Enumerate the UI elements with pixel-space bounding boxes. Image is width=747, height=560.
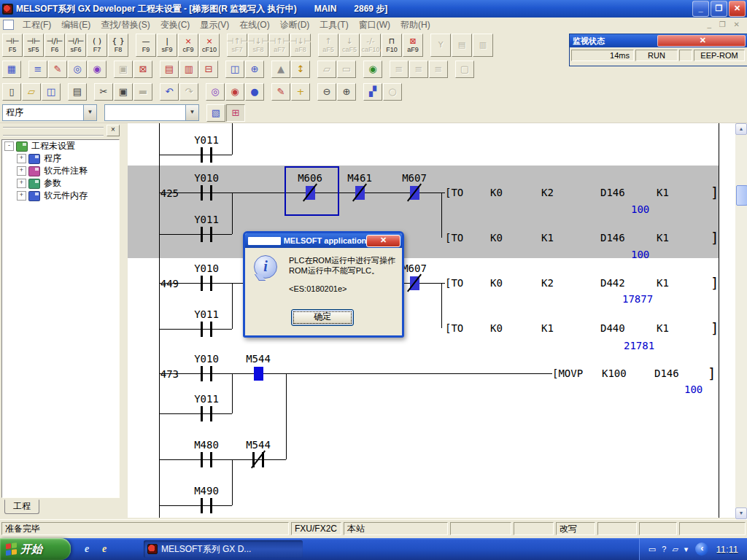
ladder-contact-Y011[interactable] [201,322,203,337]
pulse-contact-button[interactable]: ⊣↑⊢sF7 [227,34,247,57]
expand-toggle-icon[interactable]: + [17,191,26,201]
chevron-down-icon[interactable]: ▾ [684,545,689,553]
scroll-down-icon[interactable]: ▼ [735,508,747,519]
close-button[interactable]: ✕ [729,1,746,17]
ladder-editor[interactable]: Y011Y010M606M461M607Y011Y010M607Y011Y010… [128,123,735,518]
find-device-icon[interactable]: ◎ [68,61,87,78]
edit-data-icon[interactable]: ✎ [48,61,67,78]
menu-item-4[interactable]: 变换(C) [155,19,196,31]
menu-item-6[interactable]: 在线(O) [234,19,274,31]
invert-operation-button[interactable]: -/-caF10 [360,34,381,57]
start-monitor-icon[interactable]: ↕ [291,61,310,78]
entry-monitor-icon[interactable]: ⊕ [245,61,264,78]
ladder-contact-Y011[interactable] [201,227,203,242]
ladder-contact-M490[interactable] [201,498,203,513]
find-monitor-icon[interactable]: ◉ [363,61,382,78]
menu-item-8[interactable]: 工具(T) [314,19,353,31]
delete-line-button[interactable]: ⊠aF9 [403,34,423,57]
rising-pulse-button[interactable]: ↑aF5 [318,34,338,57]
save-icon[interactable]: ◫ [42,83,61,101]
ladder-mode-icon[interactable]: ▦ [2,61,21,78]
expand-toggle-icon[interactable]: + [17,179,26,188]
scroll-up-icon[interactable]: ▲ [735,123,747,135]
ladder-contact-Y011[interactable] [201,147,203,163]
expand-toggle-icon[interactable]: + [17,166,26,176]
horizontal-line-button[interactable]: —F9 [136,34,156,57]
comment-display-icon[interactable]: ▧ [206,104,225,122]
zoom-out-icon[interactable]: ⊖ [317,83,336,101]
copy-icon[interactable]: ▣ [114,83,133,101]
step-run-icon[interactable]: ≡ [429,61,448,78]
partial-run-icon[interactable]: ≡ [409,61,428,78]
delete-horizontal-line-button[interactable]: ×cF9 [178,34,198,57]
find-device-icon[interactable]: ◉ [225,83,244,101]
redo-icon[interactable]: ↷ [179,83,198,101]
falling-pulse-button[interactable]: ↓caF5 [339,34,360,57]
zoom-in-icon[interactable]: ⊕ [337,83,356,101]
mdi-child-icon[interactable] [3,20,14,30]
mdi-child-controls[interactable]: _ ❐ ✕ [708,20,743,28]
pulse-branch-button[interactable]: ⊣↑⊢aF7 [269,34,290,57]
stamp-icon[interactable]: ▣ [114,61,133,78]
pulse-closed-contact-button[interactable]: ⊣↓⊢sF8 [248,34,268,57]
tree-node-root[interactable]: -工程未设置 [2,140,119,152]
project-tab[interactable]: 工程 [4,499,39,514]
options-icon[interactable]: ○ [383,83,402,101]
internet-explorer-icon[interactable]: e [80,542,93,556]
menu-item-9[interactable]: 窗口(W) [354,19,395,31]
undo-icon[interactable]: ↶ [160,83,179,101]
ladder-contact-M490[interactable] [210,498,212,513]
help-tray-icon[interactable]: ? [662,545,666,553]
new-icon[interactable]: ▯ [2,83,21,101]
project-data-list-icon[interactable]: ≡ [28,61,47,78]
ladder-contact-Y010[interactable] [201,185,203,201]
panel-close-icon[interactable]: × [107,125,120,136]
browser-icon[interactable]: e [98,542,111,556]
ladder-contact-M480[interactable] [210,452,212,467]
menu-item-2[interactable]: 编辑(E) [56,19,96,31]
vertical-line-button[interactable]: |sF9 [157,34,177,57]
wiring-check-button[interactable]: Y [430,34,451,57]
coil-button[interactable]: ( )F7 [87,34,107,57]
ladder-contact-M544[interactable] [254,367,263,381]
close-icon[interactable]: ✕ [366,235,400,247]
scrollbar-thumb[interactable] [736,185,747,206]
project-window-icon[interactable]: ▞ [363,83,382,101]
data-name-combo[interactable]: ▼ [104,104,199,121]
menu-item-5[interactable]: 显示(V) [195,19,234,31]
dialog-titlebar[interactable]: MELSOFT application ✕ [245,233,402,248]
ladder-contact-M480[interactable] [201,452,203,467]
menu-item-10[interactable]: 帮助(H) [395,19,436,31]
ladder-contact-Y010[interactable] [210,185,212,201]
ladder-contact-Y011[interactable] [210,322,212,337]
open-branch-button[interactable]: ⊣⊢sF5 [23,34,44,57]
find-step-icon[interactable]: ◉ [88,61,107,78]
delete-vertical-line-button[interactable]: ×cF10 [199,34,220,57]
cascade-windows-icon[interactable]: ▱ [317,61,336,78]
paste-icon[interactable]: ▬ [133,83,152,101]
start-button[interactable]: 开始 [0,538,71,560]
vertical-scrollbar[interactable]: ▲ ▼ [735,123,747,519]
ladder-contact-Y011[interactable] [210,147,212,163]
ladder-contact-Y011[interactable] [210,227,212,242]
closed-contact-button[interactable]: ⊣/⊢F6 [44,34,65,57]
display-setting-icon[interactable]: ▢ [455,61,474,78]
ladder-block-button[interactable]: ▥ [473,34,493,57]
taskbar-task-button[interactable]: MELSOFT系列 GX D... [144,540,303,558]
application-instruction-button[interactable]: { }F8 [108,34,128,57]
edit-line-button[interactable]: ⊓F10 [382,34,402,57]
ladder-contact-Y011[interactable] [210,406,212,421]
minimize-button[interactable]: _ [692,1,709,17]
tray-chevron-icon[interactable]: ‹ [695,542,708,556]
restore-tray-icon[interactable]: ▱ [672,545,678,553]
keyboard-icon[interactable]: ▭ [649,545,656,553]
ladder-contact-Y010[interactable] [210,366,212,381]
print-icon[interactable]: ▤ [68,83,87,101]
cut-icon[interactable]: ✂ [94,83,113,101]
insert-column-icon[interactable]: ▥ [179,61,198,78]
delete-row-icon[interactable]: ⊟ [199,61,218,78]
tree-node-3[interactable]: +参数 [2,177,119,190]
tile-windows-icon[interactable]: ▭ [337,61,356,78]
tree-node-4[interactable]: +软元件内存 [2,190,119,202]
menu-item-3[interactable]: 查找/替换(S) [96,19,155,31]
